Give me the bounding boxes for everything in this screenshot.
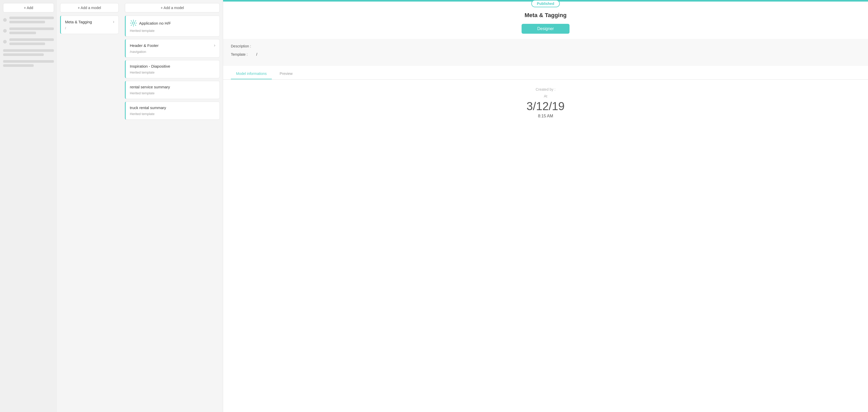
date-value: 3/12/19 [231,100,860,113]
skeleton-lines [9,17,54,23]
model-item-header: Application no H/F [130,20,215,27]
model-sub-4: Herited template [130,112,215,116]
meta-tagging-title: Meta & Tagging › [65,20,114,24]
skeleton-lines [9,28,54,34]
model-item-header: truck rental summary [130,105,215,110]
skeleton-row [3,60,54,67]
model-item-header: Header & Footer › [130,43,215,48]
model-item-header: rental service summary [130,85,215,89]
chevron-right-icon: › [214,43,215,48]
skeleton-lines [9,38,54,45]
skeleton-lines [3,60,54,67]
designer-button[interactable]: Designer [522,24,569,34]
skeleton-row [3,17,54,23]
model-sub-2: Herited template [130,70,215,74]
model-item-2[interactable]: Inspiration - Diapositive Herited templa… [125,60,220,78]
skeleton-circle [3,29,7,33]
model-item-3[interactable]: rental service summary Herited template [125,81,220,99]
published-badge: Published [531,0,560,7]
add-model-button-col3[interactable]: + Add a model [125,3,220,12]
skeleton-line [9,42,45,45]
model-title-1: Header & Footer [130,43,212,48]
model-title-3: rental service summary [130,85,215,89]
skeleton-list [3,17,54,67]
skeleton-circle [3,40,7,43]
skeleton-line [9,21,45,23]
model-item-header: Inspiration - Diapositive [130,64,215,68]
panel-content: Created by : At 3/12/19 8:15 AM [223,80,868,412]
model-item-4[interactable]: truck rental summary Herited template [125,102,220,120]
model-sub-3: Herited template [130,91,215,95]
skeleton-line [9,17,54,19]
right-panel: Published Meta & Tagging Designer Descri… [223,0,868,412]
chevron-right-icon: › [113,20,114,24]
skeleton-lines [3,49,54,56]
skeleton-row [3,28,54,34]
tab-preview[interactable]: Preview [274,68,298,79]
model-sub-1: /navigation [130,50,215,54]
template-field: Template : / [231,52,860,57]
model-item-1[interactable]: Header & Footer › /navigation [125,39,220,58]
time-value: 8:15 AM [231,114,860,119]
svg-point-0 [132,22,135,24]
gear-application-icon [130,20,137,27]
meta-tagging-item[interactable]: Meta & Tagging › / [60,15,119,34]
skeleton-line [9,38,54,41]
description-label: Description : [231,44,254,48]
panel-title: Meta & Tagging [231,12,860,19]
meta-tagging-column: + Add a model Meta & Tagging › / [57,0,122,412]
skeleton-line [9,32,36,34]
template-label: Template : [231,52,254,57]
created-by-label: Created by : [231,87,860,92]
skeleton-line [3,53,44,56]
add-button-col1[interactable]: + Add [3,3,54,12]
model-title-4: truck rental summary [130,105,215,110]
skeleton-line [3,49,54,52]
panel-tabs: Model informations Preview [223,68,868,80]
model-item-0[interactable]: Application no H/F Herited template [125,15,220,36]
skeleton-column: + Add [0,0,57,412]
skeleton-line [3,60,54,63]
meta-tagging-sub: / [65,26,114,30]
add-model-button-col2[interactable]: + Add a model [60,3,119,12]
at-label: At [231,94,860,98]
panel-header: Meta & Tagging Designer [223,7,868,34]
skeleton-row [3,49,54,56]
skeleton-line [3,64,34,67]
model-sub-0: Herited template [130,29,215,33]
panel-meta-section: Description : Template : / [223,39,868,66]
skeleton-row [3,38,54,45]
skeleton-circle [3,18,7,22]
model-title-2: Inspiration - Diapositive [130,64,215,68]
model-title-0: Application no H/F [139,21,215,25]
skeleton-line [9,28,54,30]
tab-model-informations[interactable]: Model informations [231,68,272,79]
models-column: + Add a model Application no H/F Herited… [122,0,223,412]
description-field: Description : [231,44,860,48]
template-value: / [256,52,257,57]
